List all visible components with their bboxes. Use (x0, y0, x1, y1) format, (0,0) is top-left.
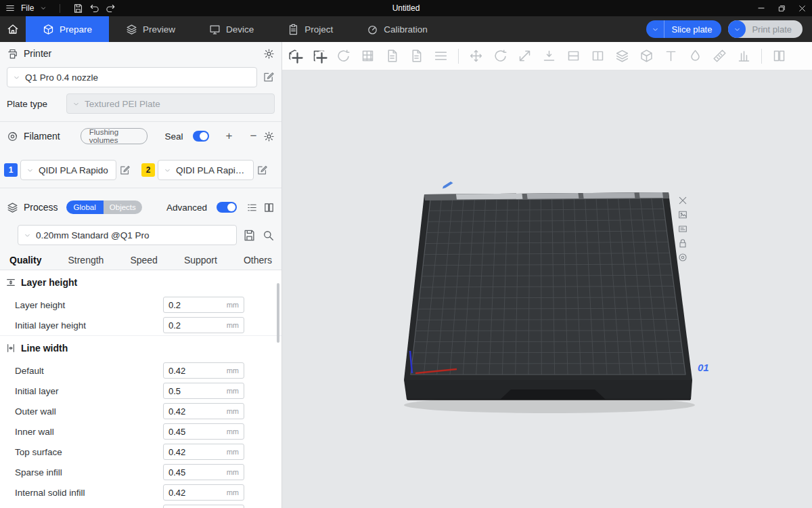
filament-1-select[interactable]: QIDI PLA Rapido (20, 160, 116, 180)
process-header-label: Process (24, 202, 58, 213)
add-model-icon[interactable] (288, 49, 302, 63)
flushing-volumes-button[interactable]: Flushing volumes (81, 128, 148, 144)
param-input[interactable]: 0.42 mm (163, 403, 244, 419)
delete-plate-icon[interactable] (677, 195, 688, 206)
scope-objects-button[interactable]: Objects (104, 200, 142, 214)
printer-settings-icon[interactable] (263, 48, 275, 60)
plate-number-label: 01 (698, 362, 709, 373)
support-icon[interactable] (737, 49, 751, 63)
param-label: Sparse infill (15, 467, 163, 478)
variable-layer-icon[interactable] (615, 49, 629, 63)
process-compare-icon[interactable] (263, 202, 275, 213)
home-icon (7, 23, 19, 35)
filament-settings-icon[interactable] (263, 131, 275, 142)
remove-filament-button[interactable]: − (249, 131, 258, 142)
move-icon[interactable] (469, 49, 483, 63)
file-menu-chevron-icon[interactable] (40, 5, 47, 12)
tab-calibration[interactable]: Calibration (350, 16, 445, 42)
tab-project[interactable]: Project (271, 16, 350, 42)
plate-toolbar (677, 195, 688, 263)
close-button[interactable] (798, 4, 807, 13)
tab-preview[interactable]: Preview (109, 16, 192, 42)
process-preset-row: 0.20mm Standard @Q1 Pro (18, 225, 275, 245)
rotate-icon[interactable] (493, 49, 508, 63)
plate-name-icon[interactable] (677, 224, 688, 234)
edit-filament-1-icon[interactable] (119, 165, 131, 176)
edit-printer-icon[interactable] (263, 71, 275, 83)
assembly-icon[interactable] (772, 49, 786, 63)
save-preset-icon[interactable] (243, 229, 256, 242)
edit-filament-2-icon[interactable] (256, 165, 268, 176)
param-row: Layer height 0.2 mm (0, 295, 281, 315)
slice-dropdown-chevron-icon[interactable] (646, 20, 664, 38)
scope-global-button[interactable]: Global (66, 200, 104, 214)
undo-icon[interactable] (89, 3, 99, 14)
lock-plate-icon[interactable] (677, 238, 688, 249)
param-input[interactable]: 0.42 mm (163, 484, 244, 501)
param-label: Internal solid infill (15, 488, 163, 498)
param-row: Top surface 0.42 mm (0, 442, 281, 462)
home-button[interactable] (0, 16, 26, 42)
save-icon[interactable] (73, 3, 83, 14)
auto-orient-icon[interactable] (336, 49, 351, 63)
minimize-button[interactable] (757, 3, 766, 13)
param-row: Sparse infill 0.45 mm (0, 462, 281, 482)
param-input[interactable]: 0.45 mm (163, 464, 244, 480)
filament-slots-row: 1 QIDI PLA Rapido 2 QIDI PLA Rapido M... (4, 160, 277, 180)
param-unit: mm (227, 366, 239, 375)
plate-type-select[interactable]: Textured PEI Plate (66, 93, 275, 114)
sidebar-scrollbar[interactable] (277, 283, 279, 343)
add-plate-icon[interactable] (312, 49, 326, 63)
seal-toggle[interactable] (193, 131, 209, 142)
maximize-button[interactable] (777, 4, 786, 13)
param-input[interactable] (163, 505, 244, 508)
filament-header-label: Filament (24, 131, 60, 142)
process-section-header: Process Global Objects Advanced (0, 195, 281, 219)
measure-icon[interactable] (713, 49, 727, 63)
tab-device[interactable]: Device (192, 16, 271, 42)
tab-project-label: Project (304, 24, 333, 35)
paint-icon[interactable] (688, 49, 702, 63)
split-vertical-icon[interactable] (591, 49, 605, 63)
slice-plate-button[interactable]: Slice plate (646, 20, 721, 38)
file-menu[interactable]: File (21, 3, 34, 13)
import-project-icon[interactable] (409, 49, 424, 63)
param-input[interactable]: 0.2 mm (163, 297, 244, 313)
param-value: 0.45 (168, 427, 227, 437)
advanced-toggle[interactable] (217, 202, 237, 213)
search-preset-icon[interactable] (262, 229, 275, 242)
plate-image-icon[interactable] (677, 209, 688, 220)
text-icon[interactable] (664, 49, 678, 63)
chevron-down-icon (13, 74, 20, 81)
scale-icon[interactable] (518, 49, 532, 63)
process-preset-select[interactable]: 0.20mm Standard @Q1 Pro (18, 225, 237, 245)
viewport-canvas[interactable]: 01 (282, 70, 812, 508)
plate-type-row: Plate type Textured PEI Plate (7, 93, 275, 114)
import-file-icon[interactable] (385, 49, 399, 63)
menu-icon[interactable] (5, 3, 15, 13)
split-horizontal-icon[interactable] (566, 49, 581, 63)
param-input[interactable]: 0.42 mm (163, 444, 244, 460)
add-filament-button[interactable]: + (225, 131, 233, 142)
tab-prepare[interactable]: Prepare (26, 16, 109, 42)
param-label: Outer wall (15, 406, 163, 417)
arrange-icon[interactable] (361, 49, 375, 63)
param-input[interactable]: 0.45 mm (163, 423, 244, 440)
main-tabbar: Prepare Preview Device Project Calibrati… (0, 16, 812, 42)
print-dropdown-chevron-icon[interactable] (728, 20, 746, 38)
lay-flat-icon[interactable] (542, 49, 556, 63)
param-input[interactable]: 0.2 mm (163, 317, 244, 333)
filament-2-select[interactable]: QIDI PLA Rapido M... (158, 160, 254, 180)
build-plate[interactable] (282, 70, 812, 508)
list-icon[interactable] (434, 49, 448, 63)
param-row: Inner wall 0.45 mm (0, 421, 281, 442)
redo-icon[interactable] (106, 3, 116, 14)
param-input[interactable]: 0.5 mm (163, 383, 244, 399)
printer-model-select[interactable]: Q1 Pro 0.4 nozzle (7, 67, 257, 87)
print-plate-button[interactable]: Print plate (728, 20, 803, 38)
param-input[interactable]: 0.42 mm (163, 362, 244, 379)
process-list-icon[interactable] (246, 202, 258, 213)
plate-settings-icon[interactable] (677, 252, 688, 263)
titlebar: File Untitled (0, 0, 812, 16)
mesh-edit-icon[interactable] (639, 49, 654, 63)
